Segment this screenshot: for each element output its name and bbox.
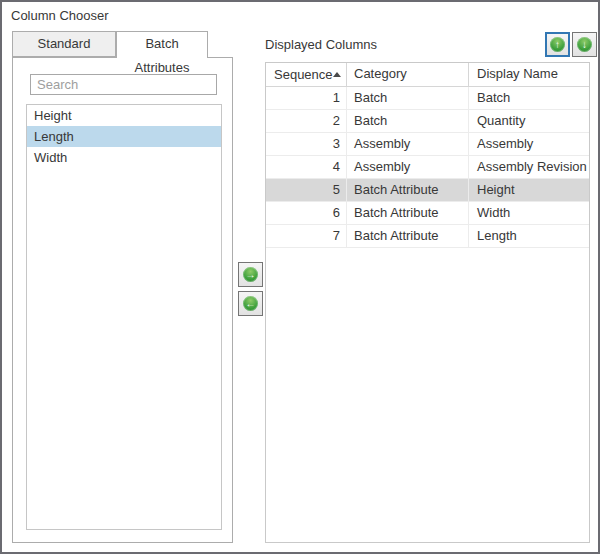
category-cell: Batch Attribute [347,225,469,247]
display-name-cell: Assembly Revision [469,156,589,178]
category-cell: Assembly [347,156,469,178]
sequence-cell: 1 [266,87,347,109]
arrow-up-icon: ↑ [550,37,565,52]
display-name-cell: Assembly [469,133,589,155]
display-name-cell: Quantity [469,110,589,132]
sequence-cell: 4 [266,156,347,178]
display-name-cell: Height [469,179,589,201]
arrow-right-icon: → [243,267,258,282]
move-up-button[interactable]: ↑ [545,32,570,57]
table-row[interactable]: 7 Batch Attribute Length [266,225,589,248]
category-cell: Batch [347,110,469,132]
category-cell: Batch Attribute [347,202,469,224]
sequence-cell: 6 [266,202,347,224]
displayed-columns-title: Displayed Columns [265,37,377,52]
window-title: Column Chooser [11,8,109,23]
tab-batch-attributes[interactable]: Batch Attributes [116,31,208,58]
list-item-width[interactable]: Width [27,147,221,168]
table-row[interactable]: 2 Batch Quantity [266,110,589,133]
displayed-columns-table: Sequence Category Display Name 1 Batch B… [265,62,590,543]
column-header-sequence[interactable]: Sequence [266,63,347,86]
arrow-left-icon: ← [243,296,258,311]
display-name-cell: Width [469,202,589,224]
category-cell: Batch Attribute [347,179,469,201]
sequence-cell: 3 [266,133,347,155]
search-input[interactable] [30,74,217,95]
sort-ascending-icon [333,72,341,77]
sequence-cell: 2 [266,110,347,132]
table-row[interactable]: 5 Batch Attribute Height [266,179,589,202]
arrow-down-icon: ↓ [577,37,592,52]
display-name-cell: Batch [469,87,589,109]
attribute-list: Height Length Width [26,104,222,530]
sequence-cell: 7 [266,225,347,247]
list-item-length[interactable]: Length [27,126,221,147]
add-column-button[interactable]: → [238,262,263,287]
remove-column-button[interactable]: ← [238,291,263,316]
column-header-display-name[interactable]: Display Name [469,63,589,86]
list-item-height[interactable]: Height [27,105,221,126]
category-cell: Assembly [347,133,469,155]
table-row[interactable]: 4 Assembly Assembly Revision [266,156,589,179]
move-down-button[interactable]: ↓ [572,32,597,57]
column-header-category[interactable]: Category [347,63,469,86]
sequence-cell: 5 [266,179,347,201]
table-row[interactable]: 1 Batch Batch [266,87,589,110]
column-header-sequence-label: Sequence [274,64,333,86]
table-row[interactable]: 3 Assembly Assembly [266,133,589,156]
category-cell: Batch [347,87,469,109]
display-name-cell: Length [469,225,589,247]
table-row[interactable]: 6 Batch Attribute Width [266,202,589,225]
tab-standard-columns[interactable]: Standard Columns [12,31,116,57]
table-header: Sequence Category Display Name [266,63,589,87]
